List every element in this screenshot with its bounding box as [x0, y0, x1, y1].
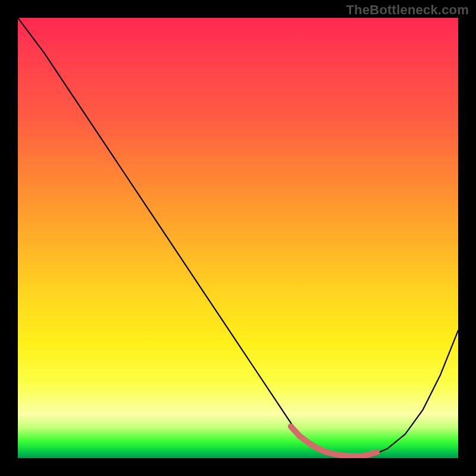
- watermark-text: TheBottleneck.com: [346, 2, 469, 18]
- bottleneck-curve: [18, 18, 458, 456]
- plot-area: [18, 18, 458, 458]
- chart-frame: TheBottleneck.com: [0, 0, 476, 476]
- chart-svg: [18, 18, 458, 458]
- highlight-end-dot: [374, 449, 380, 455]
- optimal-range-highlight: [291, 427, 377, 456]
